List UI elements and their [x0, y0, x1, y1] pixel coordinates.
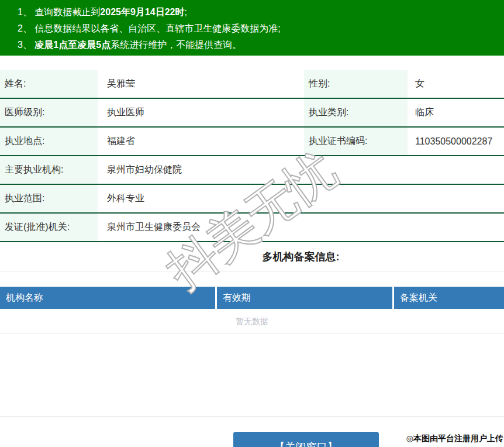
field-label-practice-category: 执业类别: [304, 99, 408, 126]
info-row-main-institution: 主要执业机构: 泉州市妇幼保健院 [0, 156, 504, 185]
multi-institution-section: 多机构备案信息: [0, 242, 504, 271]
field-label-certificate-number: 执业证书编码: [304, 128, 408, 155]
column-header-filing-authority: 备案机关 [392, 287, 504, 309]
field-value-issuing-authority: 泉州市卫生健康委员会 [98, 214, 504, 241]
column-header-validity-period: 有效期 [215, 287, 392, 309]
filing-table-header: 机构名称 有效期 备案机关 [0, 287, 504, 309]
close-window-button[interactable]: 【关闭窗口】 [233, 432, 379, 447]
column-header-institution-name: 机构名称 [0, 287, 215, 309]
field-value-doctor-level: 执业医师 [98, 99, 304, 126]
field-label-practice-location: 执业地点: [0, 128, 98, 155]
info-row-practice-scope: 执业范围: 外科专业 [0, 185, 504, 214]
info-row-name-gender: 姓名: 吴雅莹 性别: 女 [0, 70, 504, 99]
field-value-practice-location: 福建省 [98, 128, 304, 155]
notice-banner: 1、 查询数据截止到2025年9月14日22时; 2、 信息数据结果以各省、自治… [0, 0, 504, 56]
field-label-main-institution: 主要执业机构: [0, 156, 98, 184]
field-value-practice-category: 临床 [408, 99, 504, 126]
field-value-name: 吴雅莹 [98, 70, 304, 98]
notice-line-1-punct: ; [184, 7, 187, 17]
field-label-practice-scope: 执业范围: [0, 185, 98, 212]
field-value-practice-scope: 外科专业 [98, 185, 504, 212]
notice-line-3-maintenance-window: 凌晨1点至凌晨5点 [34, 40, 111, 50]
info-row-level-category: 医师级别: 执业医师 执业类别: 临床 [0, 99, 504, 128]
physician-info-table: 姓名: 吴雅莹 性别: 女 医师级别: 执业医师 执业类别: 临床 执业地点: … [0, 70, 504, 242]
info-row-issuing-authority: 发证(批准)机关: 泉州市卫生健康委员会 [0, 214, 504, 242]
notice-line-3-num: 3、 [18, 40, 34, 50]
field-value-gender: 女 [408, 70, 504, 98]
notice-line-1-deadline: 2025年9月14日22时 [100, 7, 184, 17]
notice-line-3: 3、 凌晨1点至凌晨5点系统进行维护，不能提供查询。 [18, 37, 498, 53]
field-label-name: 姓名: [0, 70, 98, 98]
footer: 【关闭窗口】 ◎本图由平台注册用户上传 [0, 417, 504, 447]
notice-line-1: 1、 查询数据截止到2025年9月14日22时; [18, 4, 498, 20]
section-title: 多机构备案信息: [98, 242, 504, 271]
upload-credit-watermark: ◎本图由平台注册用户上传 [406, 434, 503, 444]
filing-records-table: 机构名称 有效期 备案机关 暂无数据 [0, 287, 504, 333]
notice-line-2: 2、 信息数据结果以各省、自治区、直辖市卫生健康委数据为准; [18, 20, 498, 37]
field-value-certificate-number: 110350500002287 [408, 128, 504, 155]
field-label-doctor-level: 医师级别: [0, 99, 98, 126]
field-label-issuing-authority: 发证(批准)机关: [0, 214, 98, 241]
field-label-gender: 性别: [304, 70, 408, 98]
info-row-location-certificate: 执业地点: 福建省 执业证书编码: 110350500002287 [0, 128, 504, 156]
notice-line-1-text: 1、 查询数据截止到 [18, 7, 100, 17]
empty-data-placeholder: 暂无数据 [0, 309, 504, 333]
query-result-page: 1、 查询数据截止到2025年9月14日22时; 2、 信息数据结果以各省、自治… [0, 0, 504, 447]
notice-line-3-text: 系统进行维护，不能提供查询。 [111, 40, 241, 50]
spacer [0, 333, 504, 416]
field-value-main-institution: 泉州市妇幼保健院 [98, 156, 504, 184]
